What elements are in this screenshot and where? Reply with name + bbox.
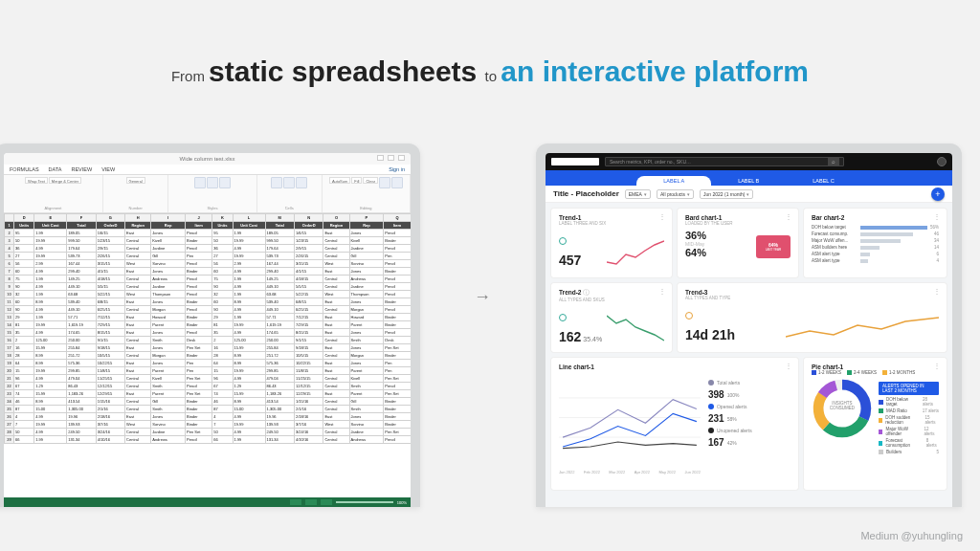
tab-a[interactable]: LABEL A	[636, 176, 711, 186]
headline-prefix: From	[171, 68, 209, 84]
bar-row: DOH below target56%	[812, 225, 939, 230]
card-title: Bard chart-1	[685, 214, 791, 221]
bar-row: ASM builders here14	[812, 245, 939, 250]
view-normal-icon[interactable]	[290, 499, 301, 505]
tab-b[interactable]: LABEL B	[711, 176, 786, 186]
format-button[interactable]	[296, 177, 307, 188]
laptop-right: Search metrics, KPI, order no., SKU… ⌕ L…	[536, 143, 962, 507]
status-ok-icon	[559, 314, 567, 321]
card-title: Pie chart-1	[812, 364, 939, 370]
find-select-icon[interactable]	[391, 177, 403, 188]
card-trend-2: ⋮ Trend-2 ⓘ ALL TYPES AND SKUS 16235.4%	[551, 283, 672, 352]
dashboard-body: ⋮ Trend-1 LABEL THREE AND SIX 457 ⋮ Bard…	[546, 203, 952, 507]
bar-row: Forecast consump.46	[812, 231, 939, 236]
tab-formulas[interactable]: FORMULAS	[10, 166, 39, 172]
bar-row: Major WoW offen...34	[812, 238, 939, 243]
card-sub: LOADED BY THE USER	[685, 221, 791, 226]
donut: INSIGHTS CONSUMED	[812, 378, 873, 439]
bard-pill: 64%LAST YEAR	[756, 235, 791, 258]
card-sub: ALL TYPES AND SKUS	[559, 298, 664, 302]
excel-file-title: Wide column test.xlsx	[179, 156, 234, 162]
filter-period[interactable]: Jun 2022 (1 month)	[700, 189, 753, 199]
card-menu-icon[interactable]: ⋮	[933, 287, 941, 296]
tab-c[interactable]: LABEL C	[786, 176, 860, 186]
status-warn-icon	[685, 312, 693, 320]
search-placeholder: Search metrics, KPI, order no., SKU…	[610, 159, 691, 165]
signin-link[interactable]: Sign in	[389, 166, 405, 172]
search-input[interactable]: Search metrics, KPI, order no., SKU… ⌕	[605, 157, 844, 166]
dashboard-topbar: Search metrics, KPI, order no., SKU… ⌕	[546, 153, 952, 170]
tab-data[interactable]: DATA	[49, 166, 62, 172]
filter-region[interactable]: EMEA	[625, 189, 651, 199]
card-title: Trend-1	[559, 214, 664, 221]
card-line-chart: ⋮ Line chart-1 Jan 2022Feb 2022Mar 2022A…	[551, 358, 798, 490]
headline-strong-2: an interactive platform	[501, 55, 809, 87]
card-title: Bar chart-2	[812, 214, 939, 221]
fill-button[interactable]: Fill	[351, 177, 362, 184]
trend2-pct: 35.4%	[583, 336, 602, 342]
zoom-slider[interactable]	[336, 501, 393, 503]
attribution: Medium @yuhungling	[860, 530, 963, 541]
merge-center-button[interactable]: Merge & Center	[49, 177, 81, 184]
headline: From static spreadsheets to an interacti…	[0, 55, 980, 88]
card-title: Trend-2	[559, 289, 581, 296]
card-bar-chart-2: ⋮ Bar chart-2 DOH below target56%Forecas…	[804, 209, 947, 277]
group-editing: Editing	[360, 206, 371, 210]
group-styles: Styles	[207, 206, 217, 210]
view-break-icon[interactable]	[321, 499, 332, 505]
card-sub: LABEL THREE AND SIX	[559, 221, 664, 226]
card-menu-icon[interactable]: ⋮	[785, 212, 792, 221]
excel-ribbon-tabs[interactable]: FORMULAS DATA REVIEW VIEW Sign in	[4, 165, 411, 175]
zoom-value: 100%	[397, 500, 407, 505]
number-format[interactable]: General	[126, 177, 145, 184]
card-trend-1: ⋮ Trend-1 LABEL THREE AND SIX 457	[551, 209, 672, 277]
sort-filter-icon[interactable]	[379, 177, 390, 188]
add-button[interactable]: +	[931, 187, 945, 201]
dashboard-window: Search metrics, KPI, order no., SKU… ⌕ L…	[546, 153, 952, 507]
tab-view[interactable]: VIEW	[101, 166, 115, 172]
search-icon[interactable]: ⌕	[828, 158, 839, 166]
window-controls[interactable]	[377, 155, 405, 161]
insert-button[interactable]	[271, 177, 282, 188]
group-cells: Cells	[285, 206, 294, 210]
wrap-text-button[interactable]: Wrap Text	[25, 177, 48, 184]
card-menu-icon[interactable]: ⋮	[785, 362, 792, 370]
card-bard-chart: ⋮ Bard chart-1 LOADED BY THE USER 36% MI…	[678, 209, 798, 277]
format-as-table-icon[interactable]	[207, 177, 218, 188]
bar-row: ASM alert type4	[812, 258, 939, 263]
tab-review[interactable]: REVIEW	[71, 166, 92, 172]
pie-row: Builders5	[879, 450, 939, 454]
card-menu-icon[interactable]: ⋮	[658, 212, 666, 221]
trend3-spark	[786, 312, 939, 344]
group-number: Number	[129, 206, 143, 210]
info-icon[interactable]: ⓘ	[583, 289, 590, 296]
delete-button[interactable]	[283, 177, 295, 188]
excel-ribbon: Wrap Text Merge & Center Alignment Gener…	[4, 175, 411, 213]
view-layout-icon[interactable]	[305, 499, 317, 505]
page-title: Title - Placeholder	[553, 189, 619, 198]
excel-grid[interactable]: DEFGHIJKLMNOPQRSTUVWXY1UnitsUnit CostTot…	[4, 213, 411, 444]
pie-side-title: ALERTS OPENED IN LAST 2 MONTHS	[879, 382, 939, 395]
pie-row: DOH sudden reduction15 alerts	[879, 415, 939, 425]
cell-styles-icon[interactable]	[219, 177, 231, 188]
pie-row: Major WoW offender12 alerts	[879, 427, 939, 436]
kpi-row: Opened alerts	[708, 404, 791, 409]
trend2-value: 162	[559, 329, 581, 344]
card-menu-icon[interactable]: ⋮	[933, 212, 941, 221]
card-title: Trend-3	[685, 289, 939, 296]
clear-button[interactable]: Clear	[363, 177, 378, 184]
group-alignment: Alignment	[45, 206, 62, 210]
card-menu-icon[interactable]: ⋮	[658, 287, 666, 296]
logo	[551, 158, 599, 165]
card-menu-icon[interactable]: ⋮	[933, 362, 941, 370]
arrow-icon: →	[474, 287, 491, 307]
autosum-button[interactable]: AutoSum	[329, 177, 350, 184]
bar-row: ASM alert type6	[812, 252, 939, 256]
conditional-formatting-icon[interactable]	[194, 177, 206, 188]
kpi-row: Total alerts	[708, 380, 791, 386]
status-ok-icon	[559, 237, 567, 245]
filter-products[interactable]: All products	[657, 189, 694, 199]
excel-statusbar: 100%	[4, 497, 411, 507]
trend1-spark	[607, 237, 664, 270]
avatar[interactable]	[937, 157, 947, 166]
